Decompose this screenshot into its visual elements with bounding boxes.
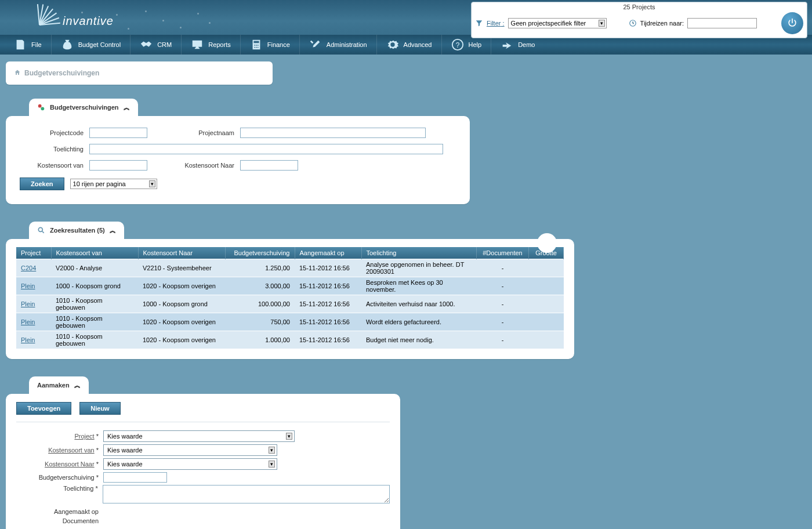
table-row: C204V2000 - AnalyseV2210 - Systeembeheer… [16, 259, 564, 277]
logo-burst-icon [19, 2, 59, 31]
svg-rect-2 [253, 41, 259, 44]
cell-grootte [529, 259, 564, 277]
input-kostensoort-van[interactable] [89, 160, 147, 171]
menu-admin-label: Administration [327, 41, 367, 48]
cell-aangemaakt: 15-11-2012 16:56 [295, 313, 361, 331]
table-row: Plein1010 - Koopsom gebouwen1020 - Koops… [16, 331, 564, 349]
cell-budget: 1.250,00 [225, 259, 295, 277]
time-travel-block: Tijdreizen naar: [629, 18, 757, 28]
col-kvan[interactable]: Kostensoort van [51, 247, 138, 259]
label-budget: Budgetverschuiving * [16, 474, 103, 481]
cell-project[interactable]: Plein [16, 313, 51, 331]
table-row: Plein1010 - Koopsom gebouwen1000 - Koops… [16, 295, 564, 313]
cell-knaar: 1020 - Koopsom overigen [138, 331, 225, 349]
cell-docs: - [477, 277, 529, 295]
cell-budget: 1.000,00 [225, 331, 295, 349]
col-aangemaakt[interactable]: Aangemaakt op [295, 247, 361, 259]
chevron-down-icon: ▾ [286, 433, 292, 440]
svg-point-7 [256, 47, 257, 48]
chevron-down-icon: ▾ [599, 20, 605, 27]
create-panel-tab[interactable]: Aanmaken ︽ [29, 376, 89, 394]
new-button[interactable]: Nieuw [79, 402, 120, 415]
col-toelichting[interactable]: Toelichting [361, 247, 477, 259]
pagesize-select[interactable]: 10 rijen per pagina ▾ [70, 179, 157, 189]
cell-toelichting: Activiteiten verhuisd naar 1000. [361, 295, 477, 313]
filter-select-label: Geen projectspecifiek filter [511, 20, 586, 27]
select-project[interactable]: Kies waarde ▾ [103, 430, 295, 442]
cell-aangemaakt: 15-11-2012 16:56 [295, 295, 361, 313]
cell-project[interactable]: Plein [16, 295, 51, 313]
menu-crm[interactable]: CRM [130, 35, 182, 55]
label-projectcode: Projectcode [20, 129, 89, 136]
filter-link[interactable]: Filter : [487, 20, 505, 27]
input-kostensoort-naar[interactable] [240, 160, 298, 171]
chevron-up-icon: ︽ [110, 226, 116, 235]
power-icon [786, 17, 798, 29]
results-panel-tab[interactable]: Zoekresultaten (5) ︽ [29, 222, 124, 239]
chevron-down-icon: ▾ [149, 180, 155, 187]
col-budget[interactable]: Budgetverschuiving [225, 247, 295, 259]
menu-budget-control[interactable]: Budget Control [52, 35, 130, 55]
funnel-icon [475, 19, 483, 27]
cell-knaar: V2210 - Systeembeheer [138, 259, 225, 277]
input-projectcode[interactable] [89, 128, 147, 138]
create-panel: Aanmaken ︽ Toevoegen Nieuw Project * Kie… [6, 376, 812, 529]
cell-toelichting: Analyse opgenomen in beheer. DT 20090301 [361, 259, 477, 277]
label-kostensoort-van: Kostensoort van [20, 162, 89, 169]
results-panel-title: Zoekresultaten (5) [50, 227, 105, 234]
col-knaar[interactable]: Kostensoort Naar [138, 247, 225, 259]
select-knaar[interactable]: Kies waarde ▾ [103, 458, 277, 470]
results-panel: Zoekresultaten (5) ︽ Project Kostensoort… [6, 222, 574, 359]
cell-aangemaakt: 15-11-2012 16:56 [295, 277, 361, 295]
tools-icon [309, 38, 322, 51]
menu-advanced[interactable]: Advanced [377, 35, 442, 55]
search-panel-title: Budgetverschuivingen [50, 104, 119, 111]
col-docs[interactable]: #Documenten [477, 247, 529, 259]
divider [16, 422, 390, 422]
svg-point-13 [38, 227, 42, 231]
svg-point-11 [38, 104, 42, 108]
add-button[interactable]: Toevoegen [16, 402, 71, 415]
cell-knaar: 1020 - Koopsom overigen [138, 277, 225, 295]
search-panel-tab[interactable]: Budgetverschuivingen ︽ [29, 99, 138, 116]
cell-knaar: 1000 - Koopsom grond [138, 295, 225, 313]
chevron-up-icon: ︽ [124, 103, 130, 112]
cell-project[interactable]: Plein [16, 277, 51, 295]
logout-button[interactable] [781, 12, 803, 34]
col-project[interactable]: Project [16, 247, 51, 259]
menu-reports[interactable]: Reports [182, 35, 241, 55]
label-documenten: Documenten [16, 517, 103, 524]
menu-file-label: File [31, 41, 42, 48]
chevron-down-icon: ▾ [269, 447, 275, 454]
input-toelichting[interactable] [89, 144, 443, 154]
label-project: Project * [16, 433, 103, 440]
menu-file[interactable]: File [5, 35, 52, 55]
svg-point-4 [256, 45, 257, 46]
select-kvan[interactable]: Kies waarde ▾ [103, 444, 277, 456]
page-title: Budgetverschuivingen [24, 69, 99, 77]
breadcrumb: Budgetverschuivingen [6, 61, 273, 85]
select-kvan-value: Kies waarde [107, 447, 143, 454]
label-kvan: Kostensoort van * [16, 447, 103, 454]
menu-finance[interactable]: Finance [241, 35, 300, 55]
textarea-toelichting[interactable] [103, 485, 390, 503]
filter-select[interactable]: Geen projectspecifiek filter ▾ [508, 18, 607, 28]
search-button[interactable]: Zoeken [20, 177, 64, 190]
cell-toelichting: Wordt elders gefactureerd. [361, 313, 477, 331]
time-travel-input[interactable] [687, 18, 757, 28]
cell-docs: - [477, 295, 529, 313]
svg-point-8 [258, 47, 259, 48]
cell-kvan: 1010 - Koopsom gebouwen [51, 313, 138, 331]
clock-icon [629, 19, 637, 27]
input-projectnaam[interactable] [240, 128, 426, 138]
menu-administration[interactable]: Administration [300, 35, 377, 55]
home-icon[interactable] [14, 69, 21, 77]
help-icon: ? [451, 38, 464, 51]
cell-project[interactable]: Plein [16, 331, 51, 349]
panel-notch [537, 233, 557, 253]
cell-kvan: 1000 - Koopsom grond [51, 277, 138, 295]
save-icon [14, 38, 27, 51]
input-budget[interactable] [103, 472, 167, 483]
menu-budget-label: Budget Control [78, 41, 121, 48]
cell-project[interactable]: C204 [16, 259, 51, 277]
